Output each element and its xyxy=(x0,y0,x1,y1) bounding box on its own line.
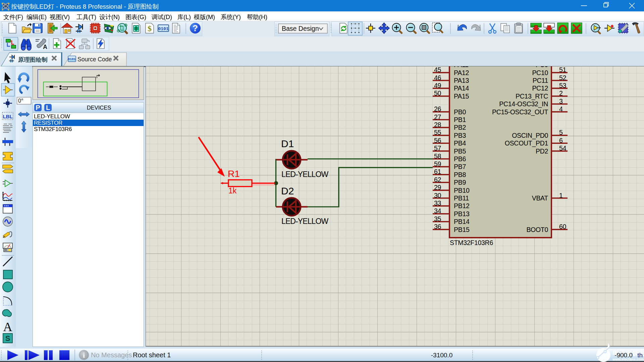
svg-text:45: 45 xyxy=(434,66,441,73)
svg-text:?: ? xyxy=(193,23,198,33)
svg-text:PA11: PA11 xyxy=(454,66,469,68)
svg-text:58: 58 xyxy=(434,153,441,160)
svg-text:53: 53 xyxy=(559,82,566,89)
svg-text:PB9: PB9 xyxy=(454,179,466,186)
svg-text:PB6: PB6 xyxy=(454,155,466,163)
svg-text:34: 34 xyxy=(434,207,441,215)
svg-text:33: 33 xyxy=(434,199,441,207)
svg-text:PB7: PB7 xyxy=(454,163,466,170)
svg-text:PB1: PB1 xyxy=(454,116,466,123)
svg-text:PB11: PB11 xyxy=(454,194,469,202)
svg-text:6: 6 xyxy=(559,137,563,144)
svg-text:PB14: PB14 xyxy=(454,218,470,225)
svg-text:PB15: PB15 xyxy=(454,226,470,233)
svg-text:1: 1 xyxy=(559,192,563,199)
svg-text:PB8: PB8 xyxy=(454,171,466,178)
svg-text:0101: 0101 xyxy=(68,57,76,61)
svg-text:PC11: PC11 xyxy=(533,77,548,84)
svg-text:th: th xyxy=(637,352,643,359)
svg-text:PA15: PA15 xyxy=(454,93,469,100)
svg-text:56: 56 xyxy=(434,137,441,144)
svg-text:$: $ xyxy=(148,24,152,33)
svg-text:60: 60 xyxy=(559,223,567,230)
svg-text:PC15-OSC32_OUT: PC15-OSC32_OUT xyxy=(492,108,548,116)
svg-text:LED-YELLOW: LED-YELLOW xyxy=(281,217,328,226)
svg-text:PB0: PB0 xyxy=(454,108,466,116)
svg-text:PB5: PB5 xyxy=(454,147,466,155)
svg-text:PA12: PA12 xyxy=(454,69,469,76)
svg-text:i: i xyxy=(83,351,85,359)
svg-text:3: 3 xyxy=(559,98,563,105)
svg-text:OSCOUT_PD1: OSCOUT_PD1 xyxy=(505,139,548,147)
svg-text:50: 50 xyxy=(434,89,441,97)
svg-text:57: 57 xyxy=(434,144,441,152)
svg-text:35: 35 xyxy=(434,215,441,223)
svg-text:PB4: PB4 xyxy=(454,139,466,147)
svg-text:A: A xyxy=(3,320,12,334)
svg-text:A: A xyxy=(43,44,47,50)
svg-text:LED-YELLOW: LED-YELLOW xyxy=(281,170,328,179)
svg-text:30: 30 xyxy=(434,192,441,199)
svg-text:28: 28 xyxy=(434,121,441,128)
svg-text:Base Design: Base Design xyxy=(282,25,319,32)
svg-text:PC13_RTC: PC13_RTC xyxy=(516,93,548,100)
svg-text:S: S xyxy=(5,334,10,343)
svg-text:-3100.0: -3100.0 xyxy=(431,352,452,359)
svg-text:PC14-OSC32_IN: PC14-OSC32_IN xyxy=(499,100,548,108)
svg-text:29: 29 xyxy=(434,184,441,191)
svg-text:Root sheet 1: Root sheet 1 xyxy=(133,351,171,359)
svg-text:OSCIN_PD0: OSCIN_PD0 xyxy=(512,132,548,139)
svg-text:BOOT0: BOOT0 xyxy=(526,226,548,233)
svg-text:PA14: PA14 xyxy=(454,84,469,92)
svg-text:DEVICES: DEVICES xyxy=(87,105,111,111)
svg-text:D1: D1 xyxy=(281,138,294,149)
svg-text:59: 59 xyxy=(434,160,441,168)
svg-text:R1: R1 xyxy=(228,169,240,179)
svg-text:36: 36 xyxy=(434,223,441,230)
svg-text:54: 54 xyxy=(559,144,567,152)
svg-text:PB3: PB3 xyxy=(454,132,466,139)
svg-text:-900.0: -900.0 xyxy=(614,352,633,359)
svg-text:PC12: PC12 xyxy=(532,84,548,92)
svg-text:49: 49 xyxy=(434,82,441,89)
svg-text:PA13: PA13 xyxy=(454,77,469,84)
svg-text:51: 51 xyxy=(559,66,566,73)
svg-text:PB10: PB10 xyxy=(454,187,470,194)
svg-text:L: L xyxy=(46,104,50,111)
svg-text:STM32F103R6: STM32F103R6 xyxy=(450,239,493,246)
svg-text:2: 2 xyxy=(559,89,563,97)
svg-text:PC10: PC10 xyxy=(532,69,548,76)
svg-text:62: 62 xyxy=(434,176,441,183)
svg-text:PB13: PB13 xyxy=(454,210,470,218)
svg-text:26: 26 xyxy=(434,105,441,113)
svg-text:46: 46 xyxy=(434,74,441,81)
svg-text:原理图绘制: 原理图绘制 xyxy=(18,56,48,63)
svg-text:PD2: PD2 xyxy=(536,147,548,155)
svg-text:55: 55 xyxy=(434,129,441,136)
svg-text:0°: 0° xyxy=(18,98,23,104)
svg-text:5: 5 xyxy=(559,129,563,136)
svg-text:PB2: PB2 xyxy=(454,124,466,131)
svg-text:PB12: PB12 xyxy=(454,202,470,209)
svg-text:4: 4 xyxy=(559,105,563,113)
svg-text:LBL: LBL xyxy=(3,114,12,119)
svg-text:No Messages: No Messages xyxy=(91,351,132,359)
svg-text:52: 52 xyxy=(559,74,566,81)
svg-text:27: 27 xyxy=(434,113,441,121)
svg-text:0101: 0101 xyxy=(158,26,168,32)
svg-text:D2: D2 xyxy=(281,185,294,196)
svg-text:1k: 1k xyxy=(228,186,237,195)
svg-text:PC9: PC9 xyxy=(536,66,548,68)
svg-text:Source Code: Source Code xyxy=(77,56,112,63)
svg-text:VBAT: VBAT xyxy=(532,194,548,202)
svg-text:61: 61 xyxy=(434,168,441,175)
svg-text:P: P xyxy=(36,104,40,111)
